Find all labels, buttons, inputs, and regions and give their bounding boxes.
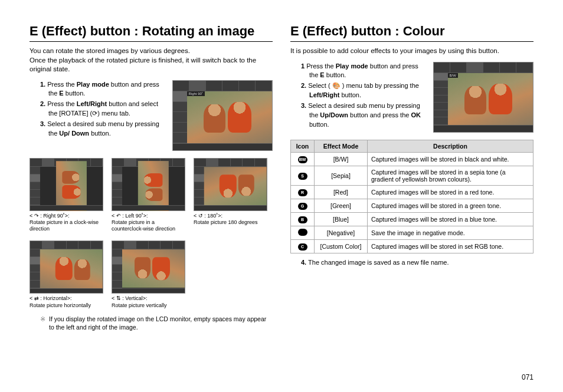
rotate-glyph-icon: ↺ xyxy=(198,213,203,219)
effect-desc-cell: Captured images will be stored in black … xyxy=(368,152,533,166)
effect-mode-cell: [Green] xyxy=(315,199,368,212)
thumb-caption: < ↷ : Right 90˚>:Rotate picture in a clo… xyxy=(30,213,103,233)
table-row: [Sepia]Captured images will be stored in… xyxy=(291,166,533,185)
effect-icon-cell xyxy=(291,239,315,253)
left-step-2: 2. Press the Left/Right button and selec… xyxy=(40,100,166,118)
th-icon: Icon xyxy=(291,140,315,152)
rotate-thumb: < ↺ : 180˚>:Rotate picture 180 degrees xyxy=(194,158,267,233)
right-step4-list: 4. The changed image is saved as a new f… xyxy=(290,258,533,268)
table-row: [B/W]Captured images will be stored in b… xyxy=(291,152,533,166)
effect-desc-cell: Save the image in negative mode. xyxy=(368,226,533,239)
rotate-thumbnails: < ↷ : Right 90˚>:Rotate picture in a clo… xyxy=(30,158,273,309)
effect-badge-icon xyxy=(298,243,307,251)
lcd-thumb xyxy=(112,158,185,211)
rotate-thumb: < ⇄ : Horizontal>:Rotate picture horizon… xyxy=(30,241,103,309)
thumb-caption: < ⇄ : Horizontal>:Rotate picture horizon… xyxy=(30,295,103,309)
right-title: E (Effect) button : Colour xyxy=(290,24,533,42)
rotate-glyph-icon: ↷ xyxy=(34,213,39,219)
effect-mode-cell: [Negative] xyxy=(315,226,368,239)
right-step-1: 1 Press the Play mode button and press t… xyxy=(301,62,427,81)
effect-desc-cell: Captured images will be stored in set RG… xyxy=(368,239,533,253)
effect-icon-cell xyxy=(291,212,315,226)
right-step-4: 4. The changed image is saved as a new f… xyxy=(301,258,533,268)
effect-badge-icon xyxy=(298,173,307,180)
page-number: 071 xyxy=(522,373,533,381)
table-row: [Blue]Captured images will be stored in … xyxy=(291,212,533,226)
effect-mode-cell: [B/W] xyxy=(315,152,368,166)
lcd-thumb xyxy=(30,158,103,211)
right-column: E (Effect) button : Colour It is possibl… xyxy=(290,24,533,331)
effect-badge-icon xyxy=(298,216,307,223)
effect-badge-icon xyxy=(298,229,307,236)
rotate-glyph-icon: ⇅ xyxy=(116,295,121,301)
left-step-3: 3. Select a desired sub menu by pressing… xyxy=(40,120,166,139)
rotate-thumb: < ↷ : Right 90˚>:Rotate picture in a clo… xyxy=(30,158,103,233)
table-row: [Red]Captured images will be stored in a… xyxy=(291,185,533,199)
right-step-3: 3. Select a desired sub menu by pressing… xyxy=(301,101,427,130)
effect-icon-cell xyxy=(291,166,315,185)
lcd-thumb xyxy=(30,241,103,294)
th-desc: Description xyxy=(368,140,533,152)
effect-desc-cell: Captured images will be stored in a sepi… xyxy=(368,166,533,185)
left-intro: You can rotate the stored images by vari… xyxy=(30,47,273,74)
effect-badge-icon xyxy=(298,156,307,163)
palette-icon: 🎨 xyxy=(332,82,341,89)
thumb-caption: < ↺ : 180˚>:Rotate picture 180 degrees xyxy=(194,213,267,226)
manual-page: E (Effect) button : Rotating an image Yo… xyxy=(30,24,533,331)
lcd-rotate-main: Right 90˚ xyxy=(172,80,273,151)
left-column: E (Effect) button : Rotating an image Yo… xyxy=(30,24,273,331)
effect-badge-icon xyxy=(298,203,307,210)
lcd-colour-main: B/W xyxy=(433,62,533,133)
left-note: ※ If you display the rotated image on th… xyxy=(30,315,273,331)
table-row: [Green]Captured images will be stored in… xyxy=(291,199,533,212)
effect-desc-cell: Captured images will be stored in a blue… xyxy=(368,212,533,226)
rotate-thumb: < ⇅ : Vertical>:Rotate picture verticall… xyxy=(112,241,185,309)
right-intro: It is possible to add colour effects to … xyxy=(290,47,533,56)
effect-mode-cell: [Red] xyxy=(315,185,368,199)
colour-effects-table: Icon Effect Mode Description [B/W]Captur… xyxy=(290,140,533,253)
effect-mode-cell: [Blue] xyxy=(315,212,368,226)
effect-badge-icon xyxy=(298,189,307,196)
left-steps: 1. Press the Play mode button and press … xyxy=(30,80,166,139)
effect-mode-cell: [Custom Color] xyxy=(315,239,368,253)
rotate-thumb: < ↶ : Left 90˚>:Rotate picture in a coun… xyxy=(112,158,185,233)
effect-mode-cell: [Sepia] xyxy=(315,166,368,185)
effect-icon-cell xyxy=(291,226,315,239)
note-mark-icon: ※ xyxy=(40,315,45,331)
rotate-icon: ⟳ xyxy=(92,110,97,117)
rotate-glyph-icon: ⇄ xyxy=(34,295,39,301)
rotate-glyph-icon: ↶ xyxy=(116,213,121,219)
left-step-1: 1. Press the Play mode button and press … xyxy=(40,80,166,99)
thumb-caption: < ⇅ : Vertical>:Rotate picture verticall… xyxy=(112,295,185,309)
lcd-thumb xyxy=(194,158,267,211)
effect-desc-cell: Captured images will be stored in a red … xyxy=(368,185,533,199)
effect-icon-cell xyxy=(291,199,315,212)
effect-icon-cell xyxy=(291,152,315,166)
left-title: E (Effect) button : Rotating an image xyxy=(30,24,273,42)
thumb-caption: < ↶ : Left 90˚>:Rotate picture in a coun… xyxy=(112,213,185,233)
effect-desc-cell: Captured images will be stored in a gree… xyxy=(368,199,533,212)
lcd-thumb xyxy=(112,241,185,294)
table-row: [Negative]Save the image in negative mod… xyxy=(291,226,533,239)
right-steps: 1 Press the Play mode button and press t… xyxy=(290,62,427,130)
th-mode: Effect Mode xyxy=(315,140,368,152)
table-row: [Custom Color]Captured images will be st… xyxy=(291,239,533,253)
effect-icon-cell xyxy=(291,185,315,199)
right-step-2: 2. Select ( 🎨 ) menu tab by pressing the… xyxy=(301,81,427,100)
